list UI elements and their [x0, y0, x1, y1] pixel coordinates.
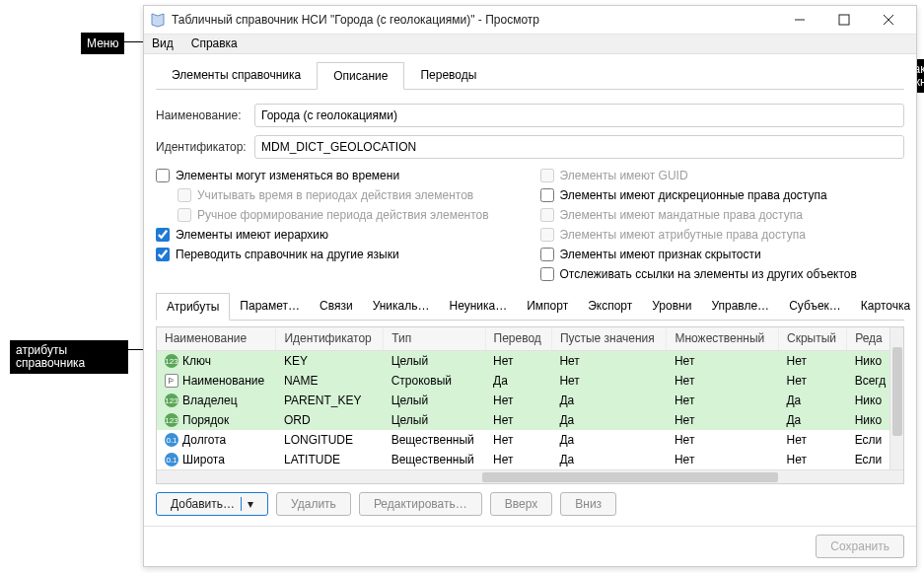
chk-time[interactable]	[156, 169, 170, 182]
chk-track[interactable]	[540, 267, 554, 281]
col-hidden[interactable]: Скрытый	[778, 327, 846, 351]
attr-tabs: Атрибуты Парамет… Связи Уникаль… Неуника…	[156, 293, 904, 321]
id-label: Идентификатор:	[156, 140, 254, 154]
save-button[interactable]: Сохранить	[816, 535, 904, 558]
col-translate[interactable]: Перевод	[485, 327, 551, 351]
name-field[interactable]	[254, 104, 904, 127]
svg-rect-1	[839, 15, 849, 25]
table-row[interactable]: 123ПорядокORDЦелыйНетДаНетДаНико	[157, 410, 903, 430]
identifier-field[interactable]	[254, 135, 904, 159]
window-title: Табличный справочник НСИ "Города (с геол…	[172, 13, 777, 27]
name-label: Наименование:	[156, 108, 254, 122]
chevron-down-icon: ▾	[241, 497, 253, 511]
type-icon: 🏳	[165, 374, 178, 388]
stab-import[interactable]: Импорт	[517, 293, 578, 320]
maximize-button[interactable]	[821, 6, 866, 34]
type-icon: 123	[165, 354, 178, 368]
book-icon	[150, 12, 166, 28]
menu-view[interactable]: Вид	[152, 36, 174, 50]
down-button[interactable]: Вниз	[560, 492, 616, 516]
app-window: Табличный справочник НСИ "Города (с геол…	[143, 5, 917, 567]
chk-time-manual	[178, 208, 191, 222]
type-icon: 123	[165, 394, 178, 407]
menu-help[interactable]: Справка	[191, 36, 238, 50]
callout-attrs: атрибуты справочника	[10, 340, 128, 374]
type-icon: 123	[165, 413, 178, 427]
table-row[interactable]: 123ВладелецPARENT_KEYЦелыйНетДаНетДаНико	[157, 391, 903, 410]
stab-links[interactable]: Связи	[310, 293, 363, 320]
col-name[interactable]: Наименование	[157, 327, 276, 351]
stab-subjects[interactable]: Субъек…	[779, 293, 851, 320]
chk-translate[interactable]	[156, 248, 170, 261]
type-icon: 0.1	[165, 453, 178, 466]
table-row[interactable]: 🏳НаименованиеNAMEСтроковыйДаНетНетНетВсе…	[157, 371, 903, 391]
chk-guid	[540, 169, 554, 182]
stab-card[interactable]: Карточка	[851, 293, 920, 320]
attributes-grid: Наименование Идентификатор Тип Перевод П…	[156, 326, 904, 485]
col-mult[interactable]: Множественный	[667, 327, 779, 351]
minimize-button[interactable]	[777, 6, 821, 34]
table-row[interactable]: 123КлючKEYЦелыйНетНетНетНетНико	[157, 351, 903, 372]
col-id[interactable]: Идентификатор	[276, 327, 384, 351]
grid-hscroll[interactable]	[157, 469, 903, 483]
chk-hierarchy[interactable]	[156, 228, 170, 242]
stab-params[interactable]: Парамет…	[230, 293, 310, 320]
stab-nonunique[interactable]: Неуника…	[439, 293, 517, 320]
stab-manage[interactable]: Управле…	[701, 293, 779, 320]
stab-attributes[interactable]: Атрибуты	[156, 293, 230, 321]
type-icon: 0.1	[165, 433, 178, 447]
col-type[interactable]: Тип	[384, 327, 485, 351]
stab-levels[interactable]: Уровни	[642, 293, 701, 320]
callout-menu: Меню	[81, 33, 124, 54]
table-row[interactable]: 0.1ШиротаLATITUDEВещественныйНетДаНетНет…	[157, 450, 903, 469]
grid-vscroll[interactable]	[889, 327, 903, 470]
add-button[interactable]: Добавить…▾	[156, 492, 268, 516]
close-button[interactable]	[866, 6, 910, 34]
tab-translations[interactable]: Переводы	[404, 62, 492, 89]
chk-discret[interactable]	[540, 188, 554, 202]
chk-attrib	[540, 228, 554, 242]
table-row[interactable]: 0.1ДолготаLONGITUDEВещественныйНетДаНетН…	[157, 430, 903, 450]
col-empty[interactable]: Пустые значения	[551, 327, 667, 351]
tab-elements[interactable]: Элементы справочника	[156, 62, 317, 89]
chk-hidden[interactable]	[540, 248, 554, 261]
tab-description[interactable]: Описание	[317, 62, 404, 90]
stab-unique[interactable]: Уникаль…	[363, 293, 440, 320]
chk-mandate	[540, 208, 554, 222]
edit-button[interactable]: Редактировать…	[359, 492, 482, 516]
titlebar[interactable]: Табличный справочник НСИ "Города (с геол…	[144, 6, 916, 35]
chk-time-period	[178, 188, 191, 202]
main-tabs: Элементы справочника Описание Переводы	[156, 62, 904, 90]
menubar: Вид Справка	[144, 35, 916, 54]
delete-button[interactable]: Удалить	[276, 492, 351, 516]
stab-export[interactable]: Экспорт	[578, 293, 642, 320]
up-button[interactable]: Вверх	[490, 492, 552, 516]
